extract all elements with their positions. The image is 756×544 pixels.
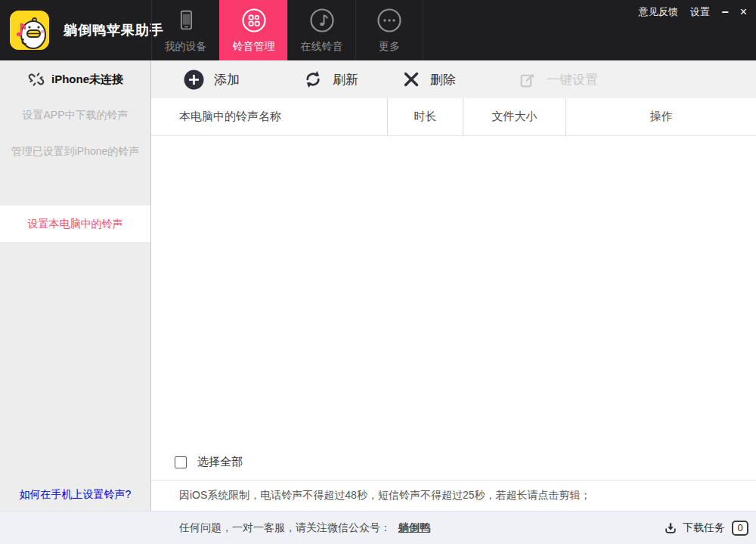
select-all-checkbox[interactable] — [175, 456, 187, 468]
delete-button[interactable]: 删除 — [402, 70, 456, 88]
download-tasks-button[interactable]: 下载任务 0 — [663, 512, 748, 544]
refresh-icon — [303, 70, 323, 89]
footer-bar: 任何问题，一对一客服，请关注微信公众号： 躺倒鸭 下载任务 0 — [0, 511, 756, 544]
support-message: 任何问题，一对一客服，请关注微信公众号： — [179, 521, 391, 535]
app-title: 躺倒鸭苹果助手 — [64, 0, 164, 60]
toolbar: 添加 刷新 — [151, 60, 756, 98]
delete-x-icon — [402, 70, 420, 88]
add-icon — [184, 70, 204, 90]
select-all-label: 选择全部 — [197, 455, 243, 469]
column-header-name: 本电脑中的铃声名称 — [151, 98, 387, 135]
main-panel: 添加 刷新 — [151, 60, 756, 511]
add-label: 添加 — [214, 71, 240, 88]
select-all-row: 选择全部 — [175, 455, 243, 469]
minimize-button[interactable]: – — [722, 6, 728, 18]
sidebar-item-app-ringtones[interactable]: 设置APP中下载的铃声 — [0, 97, 150, 133]
connection-status-label: iPhone未连接 — [51, 73, 123, 87]
close-button[interactable]: × — [740, 6, 747, 18]
column-header-filesize: 文件大小 — [463, 98, 565, 135]
refresh-label: 刷新 — [333, 71, 358, 88]
one-click-setup-icon — [518, 70, 537, 89]
wechat-account-link[interactable]: 躺倒鸭 — [398, 521, 430, 535]
download-tasks-label: 下载任务 — [683, 521, 725, 535]
column-header-duration: 时长 — [387, 98, 463, 135]
apps-circle-icon — [240, 7, 268, 34]
add-button[interactable]: 添加 — [184, 70, 240, 90]
download-icon — [663, 521, 678, 536]
tab-online-ringtones[interactable]: 在线铃音 — [287, 0, 355, 60]
tab-my-devices[interactable]: 我的设备 — [151, 0, 219, 60]
broken-link-icon — [27, 70, 45, 88]
tab-label: 在线铃音 — [301, 40, 343, 54]
app-logo — [10, 11, 49, 50]
phone-icon — [173, 7, 199, 34]
ringtone-list-empty — [151, 136, 756, 480]
tab-label: 更多 — [379, 40, 400, 54]
tab-more[interactable]: 更多 — [355, 0, 423, 60]
window-controls: 意见反馈 设置 – × — [639, 5, 747, 19]
feedback-link[interactable]: 意见反馈 — [639, 5, 678, 19]
one-click-setup-label: 一键设置 — [547, 71, 598, 88]
column-header-actions: 操作 — [565, 98, 756, 135]
settings-link[interactable]: 设置 — [690, 5, 710, 19]
duck-logo-icon — [10, 11, 49, 50]
tab-label: 我的设备 — [165, 40, 207, 54]
table-header: 本电脑中的铃声名称 时长 文件大小 操作 — [151, 98, 756, 136]
connection-status: iPhone未连接 — [0, 60, 150, 98]
ios-limit-notice: 因iOS系统限制，电话铃声不得超过48秒，短信铃声不得超过25秒，若超长请点击剪… — [151, 480, 756, 511]
tab-ringtone-management[interactable]: 铃音管理 — [219, 0, 287, 60]
refresh-button[interactable]: 刷新 — [303, 70, 358, 89]
download-count-badge: 0 — [732, 521, 748, 536]
music-circle-icon — [308, 7, 336, 34]
help-link[interactable]: 如何在手机上设置铃声? — [0, 488, 150, 502]
sidebar-item-iphone-ringtones[interactable]: 管理已设置到iPhone的铃声 — [0, 133, 150, 169]
one-click-setup-button[interactable]: 一键设置 — [518, 70, 598, 89]
title-bar: 躺倒鸭苹果助手 我的设备 铃音管 — [0, 0, 756, 60]
main-nav: 我的设备 铃音管理 在线铃音 — [151, 0, 423, 60]
more-circle-icon — [376, 7, 403, 34]
sidebar: iPhone未连接 设置APP中下载的铃声 管理已设置到iPhone的铃声 设置… — [0, 60, 151, 511]
sidebar-item-local-ringtones[interactable]: 设置本电脑中的铃声 — [0, 206, 150, 242]
support-text: 任何问题，一对一客服，请关注微信公众号： 躺倒鸭 — [179, 512, 430, 544]
delete-label: 删除 — [430, 71, 456, 88]
tab-label: 铃音管理 — [233, 40, 275, 54]
